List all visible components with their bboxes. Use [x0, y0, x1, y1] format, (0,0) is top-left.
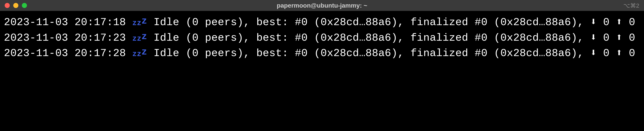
log-upload: 0	[629, 16, 635, 28]
log-finalized-block: #0	[474, 32, 488, 44]
log-best-hash: 0x28cd…88a6	[321, 32, 391, 44]
log-status: Idle	[154, 32, 179, 44]
log-download: 0	[603, 16, 610, 28]
log-finalized-hash: 0x28cd…88a6	[500, 16, 571, 28]
terminal-window: papermoon@ubuntu-jammy: ~ ⌥⌘2 2023-11-03…	[0, 0, 644, 131]
traffic-lights	[5, 3, 27, 8]
log-download: 0	[603, 47, 610, 59]
log-peers: 0	[192, 16, 198, 28]
log-best-block: #0	[295, 47, 308, 59]
log-status: Idle	[154, 47, 179, 59]
log-line: 2023-11-03 20:17:28 zzz Idle (0 peers), …	[4, 45, 640, 61]
titlebar[interactable]: papermoon@ubuntu-jammy: ~ ⌥⌘2	[0, 0, 644, 11]
log-line: 2023-11-03 20:17:18 zzz Idle (0 peers), …	[4, 14, 640, 30]
sleep-icon: zzz	[132, 32, 147, 44]
download-arrow-icon: ⬇	[590, 16, 597, 28]
log-timestamp: 2023-11-03 20:17:23	[4, 32, 126, 44]
log-line: 2023-11-03 20:17:23 zzz Idle (0 peers), …	[4, 30, 640, 46]
close-button[interactable]	[5, 3, 10, 8]
window-shortcut: ⌥⌘2	[623, 2, 639, 9]
minimize-button[interactable]	[13, 3, 18, 8]
log-peers: 0	[192, 47, 198, 59]
log-best-block: #0	[295, 32, 308, 44]
log-finalized-hash: 0x28cd…88a6	[500, 32, 571, 44]
terminal-output[interactable]: 2023-11-03 20:17:18 zzz Idle (0 peers), …	[0, 11, 644, 131]
upload-arrow-icon: ⬆	[616, 32, 622, 44]
upload-arrow-icon: ⬆	[616, 16, 622, 28]
log-timestamp: 2023-11-03 20:17:18	[4, 16, 126, 28]
log-finalized-block: #0	[474, 47, 488, 59]
window-title: papermoon@ubuntu-jammy: ~	[277, 2, 367, 9]
sleep-icon: zzz	[132, 47, 147, 59]
log-download: 0	[603, 32, 610, 44]
download-arrow-icon: ⬇	[590, 47, 597, 59]
maximize-button[interactable]	[22, 3, 27, 8]
sleep-icon: zzz	[132, 16, 147, 28]
download-arrow-icon: ⬇	[590, 32, 597, 44]
log-timestamp: 2023-11-03 20:17:28	[4, 47, 126, 59]
log-peers: 0	[192, 32, 198, 44]
log-best-block: #0	[295, 16, 308, 28]
log-best-hash: 0x28cd…88a6	[321, 16, 391, 28]
log-upload: 0	[629, 32, 635, 44]
log-finalized-block: #0	[474, 16, 488, 28]
log-finalized-hash: 0x28cd…88a6	[500, 47, 571, 59]
log-upload: 0	[629, 47, 635, 59]
log-status: Idle	[154, 16, 179, 28]
upload-arrow-icon: ⬆	[616, 47, 622, 59]
log-best-hash: 0x28cd…88a6	[321, 47, 391, 59]
